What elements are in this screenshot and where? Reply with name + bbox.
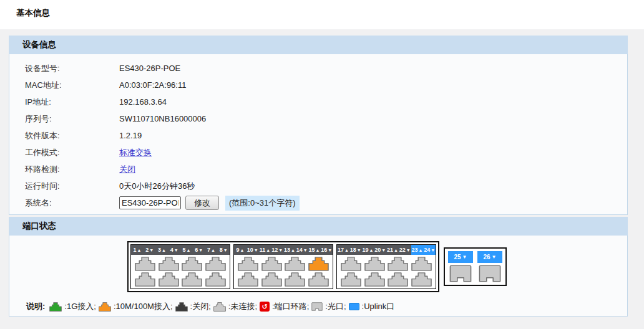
port-legend: 说明: :1G接入;:10M/100M接入;:关闭;:未连接;↺:端口环路;:光… <box>26 301 627 312</box>
port-4-rj45-icon <box>159 272 179 287</box>
port-9-rj45-icon <box>238 257 258 271</box>
port-15-rj45-icon <box>308 257 329 271</box>
loop-detect-link[interactable]: 关闭 <box>119 164 135 175</box>
switch-faceplate: 1▲2▼3▲4▼5▲6▼7▲8▼9▲10▼11▲12▼13▲14▼15▲16▼1… <box>9 236 627 292</box>
port-20-number: 20 <box>374 247 381 253</box>
legend-fiber-sfp-icon <box>311 302 323 311</box>
port-17-arrow-icon: ▲ <box>344 248 349 252</box>
port-3-shape <box>159 257 179 271</box>
software-version-value: 1.2.19 <box>119 131 142 140</box>
legend-100m-access-rj45-icon <box>99 302 111 312</box>
port-25-number: 25 <box>454 254 461 260</box>
work-mode-link[interactable]: 标准交换 <box>119 147 152 158</box>
legend-item-closed: :关闭; <box>175 301 211 312</box>
port-16-shape <box>308 272 329 287</box>
port-2-shape <box>135 272 155 287</box>
port-23-header-label: 23▲ <box>411 245 424 255</box>
device-info-section: 设备信息 设备型号:ES430-26P-POEMAC地址:A0:03:0F:2A… <box>9 36 628 215</box>
port-24-arrow-icon: ▼ <box>431 248 435 252</box>
port-12-header-label: 12▼ <box>271 245 283 255</box>
port-17-shape <box>341 257 361 271</box>
port-21-rj45-icon <box>388 257 408 271</box>
port-13-arrow-icon: ▲ <box>291 248 295 252</box>
port-3-arrow-icon: ▲ <box>162 248 166 252</box>
port-1-rj45-icon <box>135 257 155 271</box>
port-6-header-label: 6▼ <box>193 245 205 255</box>
port-row-bottom <box>132 272 228 287</box>
legend-fiber-text: :光口; <box>325 301 346 312</box>
port-group-1-grid <box>131 255 230 288</box>
port-group-2: 9▲10▼11▲12▼13▲14▼15▲16▼ <box>233 244 333 289</box>
port-20-rj45-icon <box>364 272 385 287</box>
port-23-rj45-icon <box>411 257 432 271</box>
legend-item-uplink: :Uplink口 <box>349 301 395 312</box>
software-version-label: 软件版本: <box>9 130 119 141</box>
legend-item-100m-access: :10M/100M接入; <box>99 301 173 312</box>
legend-100m-access-text: :10M/100M接入; <box>114 301 173 312</box>
port-19-header-label: 19▲ <box>362 245 374 255</box>
port-row-bottom <box>235 272 331 287</box>
port-7-number: 7 <box>207 247 210 253</box>
legend-item-1g-access: :1G接入; <box>49 301 96 312</box>
port-23-arrow-icon: ▲ <box>418 248 422 252</box>
modify-button[interactable]: 修改 <box>185 196 219 210</box>
system-name-label: 系统名: <box>9 198 119 209</box>
port-23-number: 23 <box>411 247 417 253</box>
port-3-header-label: 3▲ <box>156 245 168 255</box>
port-6-number: 6 <box>195 247 198 253</box>
port-22-arrow-icon: ▼ <box>406 248 411 252</box>
uptime-value: 0天0小时26分钟36秒 <box>119 181 195 192</box>
legend-label: 说明: <box>26 301 45 312</box>
port-10-number: 10 <box>247 247 253 253</box>
port-group-2-grid <box>234 255 333 288</box>
port-2-number: 2 <box>145 247 149 253</box>
port-24-number: 24 <box>424 247 430 253</box>
port-26-shape <box>479 265 501 282</box>
legend-port-loop-icon: ↺ <box>260 302 270 312</box>
info-row-device-model: 设备型号:ES430-26P-POE <box>9 60 627 77</box>
device-info-body: 设备型号:ES430-26P-POEMAC地址:A0:03:0F:2A:96:1… <box>9 54 628 215</box>
port-status-body: 1▲2▼3▲4▼5▲6▼7▲8▼9▲10▼11▲12▼13▲14▼15▲16▼1… <box>9 236 628 317</box>
legend-item-port-loop: ↺:端口环路; <box>260 301 309 312</box>
port-26-header-label: 26▼ <box>477 251 502 263</box>
port-11-shape <box>261 257 282 271</box>
port-group-1: 1▲2▼3▲4▼5▲6▼7▲8▼ <box>130 244 230 289</box>
port-10-shape <box>238 272 258 287</box>
rj45-port-panel: 1▲2▼3▲4▼5▲6▼7▲8▼9▲10▼11▲12▼13▲14▼15▲16▼1… <box>127 241 439 292</box>
port-8-number: 8 <box>220 247 223 253</box>
port-2-rj45-icon <box>135 272 155 287</box>
port-17-header-label: 17▲ <box>337 245 349 255</box>
port-25-header-label: 25▼ <box>448 251 473 263</box>
port-25-sfp-icon <box>449 265 472 282</box>
mac-address-label: MAC地址: <box>9 80 119 91</box>
port-22-header-label: 22▼ <box>399 245 411 255</box>
port-2-arrow-icon: ▼ <box>149 248 154 252</box>
port-25-arrow-icon: ▼ <box>462 254 467 260</box>
port-status-section: 端口状态 1▲2▼3▲4▼5▲6▼7▲8▼9▲10▼11▲12▼13▲14▼15… <box>9 217 628 317</box>
port-6-rj45-icon <box>182 272 202 287</box>
serial-number-value: SW110710NB16000006 <box>119 114 206 123</box>
device-model-value: ES430-26P-POE <box>119 64 180 73</box>
info-row-software-version: 软件版本:1.2.19 <box>9 127 627 144</box>
port-10-header-label: 10▼ <box>246 245 259 255</box>
system-name-input[interactable] <box>119 196 181 209</box>
port-21-arrow-icon: ▲ <box>394 248 398 252</box>
port-23-shape <box>411 257 432 271</box>
sfp-port-panel: 25▼26▼ <box>444 247 507 286</box>
port-13-number: 13 <box>284 247 290 253</box>
info-row-uptime: 运行时间:0天0小时26分钟36秒 <box>9 178 627 194</box>
port-20-header-label: 20▼ <box>374 245 386 255</box>
sfp-port-25: 25▼ <box>448 251 473 282</box>
uptime-label: 运行时间: <box>9 181 119 192</box>
port-26-sfp-icon <box>479 265 501 282</box>
port-9-shape <box>238 257 258 271</box>
serial-number-label: 序列号: <box>9 113 119 125</box>
port-22-rj45-icon <box>388 272 408 287</box>
port-19-shape <box>364 257 385 271</box>
port-8-header-label: 8▼ <box>217 245 230 255</box>
port-5-header-label: 5▲ <box>180 245 193 255</box>
port-12-shape <box>261 272 282 287</box>
port-4-arrow-icon: ▼ <box>174 248 178 252</box>
port-19-number: 19 <box>362 247 368 253</box>
port-5-shape <box>182 257 202 271</box>
